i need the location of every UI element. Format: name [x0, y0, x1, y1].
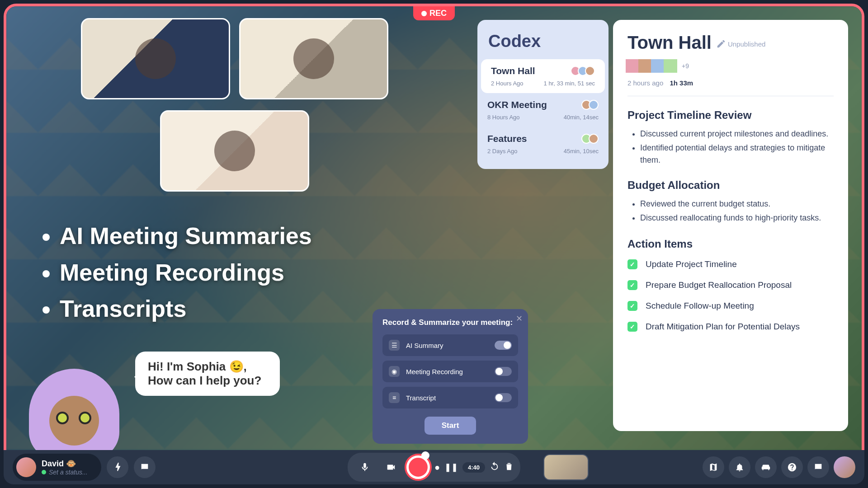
record-row-transcript: ≡ Transcript [382, 387, 518, 408]
edit-icon [716, 39, 726, 49]
section-heading: Budget Allocation [627, 179, 834, 192]
section-bullet: Identified potential delays and strategi… [640, 142, 834, 166]
chat-icon [140, 462, 150, 472]
feature-item: AI Meeting Summaries [60, 218, 312, 254]
feedback-button[interactable] [807, 456, 829, 478]
self-video-preview[interactable] [543, 454, 589, 480]
start-button[interactable]: Start [425, 417, 476, 435]
couch-button[interactable] [755, 456, 777, 478]
action-heading: Action Items [627, 238, 834, 250]
codex-item-dur: 45min, 10sec [564, 148, 599, 155]
record-icon: ◉ [389, 366, 400, 377]
detail-section: Project Timeline Review Discussed curren… [627, 109, 834, 166]
action-items: Action Items ✓Update Project Timeline ✓P… [627, 238, 834, 332]
app-frame: REC AI Meeting Summaries Meeting Recordi… [4, 4, 864, 484]
toggle-recording[interactable] [495, 367, 512, 376]
codex-item-title: OKR Meeting [487, 99, 547, 110]
stop-icon[interactable]: ● [434, 462, 440, 473]
transcript-icon: ≡ [389, 392, 400, 403]
codex-item-ago: 2 Hours Ago [491, 80, 524, 87]
map-button[interactable] [703, 456, 724, 478]
close-icon[interactable]: ✕ [516, 314, 523, 324]
action-item[interactable]: ✓Prepare Budget Reallocation Proposal [627, 280, 834, 290]
checkbox-icon[interactable]: ✓ [627, 280, 637, 290]
bell-icon [735, 462, 745, 472]
bolt-button[interactable] [107, 456, 128, 478]
more-count: +9 [682, 62, 689, 70]
record-row-ai-summary: ☰ AI Summary [382, 334, 518, 356]
action-item[interactable]: ✓Update Project Timeline [627, 259, 834, 269]
sophia-speech-bubble: Hi! I'm Sophia 😉, How can I help you? [135, 352, 280, 396]
detail-meta: 2 hours ago 1h 33m [627, 79, 834, 96]
toggle-transcript[interactable] [495, 393, 512, 402]
unpublished-badge: Unpublished [716, 39, 765, 49]
video-tiles [81, 18, 406, 99]
status-placeholder[interactable]: Set a status... [49, 469, 88, 476]
section-bullet: Discussed current project milestones and… [640, 128, 834, 140]
summary-icon: ☰ [389, 340, 400, 351]
mic-icon [360, 462, 370, 472]
feedback-icon [813, 462, 823, 472]
avatar-stack [584, 134, 599, 144]
codex-item-ago: 8 Hours Ago [487, 114, 520, 121]
avatar-stack [584, 100, 599, 110]
codex-item-ago: 2 Days Ago [487, 148, 518, 155]
detail-section: Budget Allocation Reviewed the current b… [627, 179, 834, 224]
record-row-recording: ◉ Meeting Recording [382, 361, 518, 382]
avatar-stack [573, 66, 595, 76]
feature-item: Transcripts [60, 291, 312, 327]
rec-label: REC [429, 9, 447, 18]
user-name: David 🐵 [42, 459, 88, 469]
camera-button[interactable] [380, 456, 402, 478]
bottom-bar: David 🐵 Set a status... ● ❚❚ 4:40 [4, 450, 864, 484]
detail-duration: 1h 33m [670, 79, 693, 87]
help-button[interactable] [781, 456, 803, 478]
camera-icon [386, 462, 396, 472]
detail-panel: Town Hall Unpublished +9 2 hours ago 1h … [613, 20, 848, 431]
restart-icon[interactable] [490, 461, 500, 473]
codex-item-town-hall[interactable]: Town Hall 2 Hours Ago1 hr, 33 min, 51 se… [481, 59, 605, 93]
question-icon [787, 462, 797, 472]
checkbox-icon[interactable]: ✓ [627, 301, 637, 311]
action-item[interactable]: ✓Schedule Follow-up Meeting [627, 301, 834, 311]
timer: 4:40 [462, 462, 485, 473]
codex-item-okr[interactable]: OKR Meeting 8 Hours Ago40min, 14sec [477, 93, 609, 127]
detail-avatars: +9 [627, 59, 834, 73]
detail-title: Town Hall [627, 33, 712, 53]
codex-item-title: Features [487, 133, 527, 144]
section-bullet: Reviewed the current budget status. [640, 198, 834, 210]
video-tile-1[interactable] [81, 18, 230, 99]
checkbox-icon[interactable]: ✓ [627, 322, 637, 332]
codex-item-dur: 40min, 14sec [564, 114, 599, 121]
toggle-ai-summary[interactable] [495, 341, 512, 350]
section-bullet: Discussed reallocating funds to high-pri… [640, 212, 834, 224]
notifications-button[interactable] [729, 456, 750, 478]
trash-icon[interactable] [504, 461, 514, 473]
codex-title: Codex [477, 30, 609, 59]
detail-ago: 2 hours ago [627, 79, 663, 87]
bolt-icon [113, 462, 123, 472]
profile-avatar-button[interactable] [834, 456, 855, 478]
chat-button[interactable] [134, 456, 156, 478]
record-dialog: ✕ Record & Summarize your meeting: ☰ AI … [373, 309, 528, 444]
user-chip[interactable]: David 🐵 Set a status... [13, 454, 101, 481]
video-tile-2[interactable] [239, 18, 388, 99]
feature-item: Meeting Recordings [60, 254, 312, 291]
codex-panel: Codex Town Hall 2 Hours Ago1 hr, 33 min,… [477, 20, 609, 169]
record-row-label: AI Summary [406, 342, 488, 349]
action-item[interactable]: ✓Draft Mitigation Plan for Potential Del… [627, 322, 834, 332]
couch-icon [761, 462, 771, 472]
map-icon [708, 462, 718, 472]
checkbox-icon[interactable]: ✓ [627, 259, 637, 269]
mic-button[interactable] [354, 456, 376, 478]
record-row-label: Meeting Recording [406, 368, 488, 375]
codex-item-features[interactable]: Features 2 Days Ago45min, 10sec [477, 127, 609, 161]
user-avatar [16, 457, 36, 477]
pause-icon[interactable]: ❚❚ [444, 462, 458, 472]
feature-list: AI Meeting Summaries Meeting Recordings … [33, 218, 312, 327]
status-dot-icon [42, 470, 46, 474]
rec-badge: REC [413, 6, 455, 20]
record-button[interactable] [406, 455, 430, 479]
record-dialog-title: Record & Summarize your meeting: [382, 318, 518, 327]
video-tile-3[interactable] [160, 110, 309, 192]
